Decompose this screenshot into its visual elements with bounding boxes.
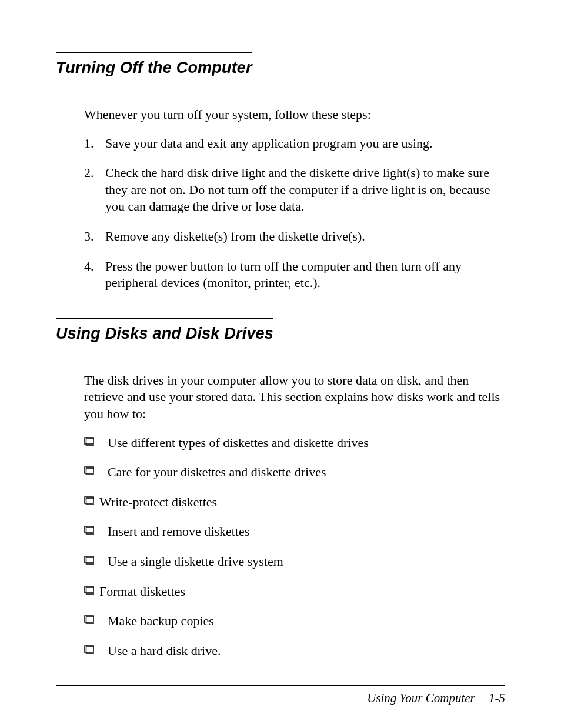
list-item: Format diskettes [84, 583, 505, 600]
list-item: Make backup copies [84, 613, 505, 630]
step-text: Save your data and exit any application … [105, 135, 505, 152]
list-item-text: Make backup copies [108, 613, 505, 630]
section-heading: Using Disks and Disk Drives [56, 318, 273, 343]
square-bullet-icon [84, 553, 108, 565]
step-item: 1. Save your data and exit any applicati… [84, 135, 505, 152]
step-text: Check the hard disk drive light and the … [105, 165, 505, 215]
section-heading: Turning Off the Computer [56, 52, 252, 77]
list-item: Use a hard disk drive. [84, 643, 505, 660]
square-bullet-icon [84, 464, 108, 475]
square-bullet-icon [84, 523, 108, 535]
list-item: Use different types of diskettes and dis… [84, 435, 505, 452]
square-bullet-icon [84, 613, 108, 624]
footer-chapter: Using Your Computer [367, 691, 475, 705]
step-number: 3. [84, 228, 105, 245]
list-item-text: Insert and remove diskettes [108, 523, 505, 540]
list-item: Insert and remove diskettes [84, 523, 505, 540]
step-number: 1. [84, 135, 105, 152]
square-bullet-icon [84, 494, 99, 505]
step-number: 4. [84, 258, 105, 275]
step-number: 2. [84, 165, 105, 182]
square-bullet-icon [84, 583, 99, 595]
footer-page-number: 1-5 [489, 691, 505, 705]
steps-list: 1. Save your data and exit any applicati… [84, 135, 505, 292]
section-using-disks: Using Disks and Disk Drives The disk dri… [56, 318, 505, 660]
step-text: Press the power button to turn off the c… [105, 258, 505, 292]
page: Turning Off the Computer Whenever you tu… [0, 0, 561, 728]
page-footer: Using Your Computer 1-5 [367, 691, 505, 706]
square-bullet-icon [84, 435, 108, 446]
section-intro: The disk drives in your computer allow y… [84, 372, 505, 423]
step-item: 2. Check the hard disk drive light and t… [84, 165, 505, 215]
step-item: 3. Remove any diskette(s) from the diske… [84, 228, 505, 245]
list-item-text: Care for your diskettes and diskette dri… [108, 464, 505, 481]
list-item-text: Use different types of diskettes and dis… [108, 435, 505, 452]
list-item-text: Format diskettes [99, 583, 505, 600]
section-intro: Whenever you turn off your system, follo… [84, 106, 505, 123]
step-item: 4. Press the power button to turn off th… [84, 258, 505, 292]
square-bullet-icon [84, 643, 108, 654]
bullet-list: Use different types of diskettes and dis… [84, 435, 505, 660]
step-text: Remove any diskette(s) from the diskette… [105, 228, 505, 245]
list-item: Use a single diskette drive system [84, 553, 505, 570]
section-turning-off: Turning Off the Computer Whenever you tu… [56, 52, 505, 292]
list-item-text: Use a hard disk drive. [108, 643, 505, 660]
list-item-text: Write-protect diskettes [99, 494, 505, 511]
list-item: Write-protect diskettes [84, 494, 505, 511]
footer-rule [56, 685, 505, 686]
list-item: Care for your diskettes and diskette dri… [84, 464, 505, 481]
list-item-text: Use a single diskette drive system [108, 553, 505, 570]
